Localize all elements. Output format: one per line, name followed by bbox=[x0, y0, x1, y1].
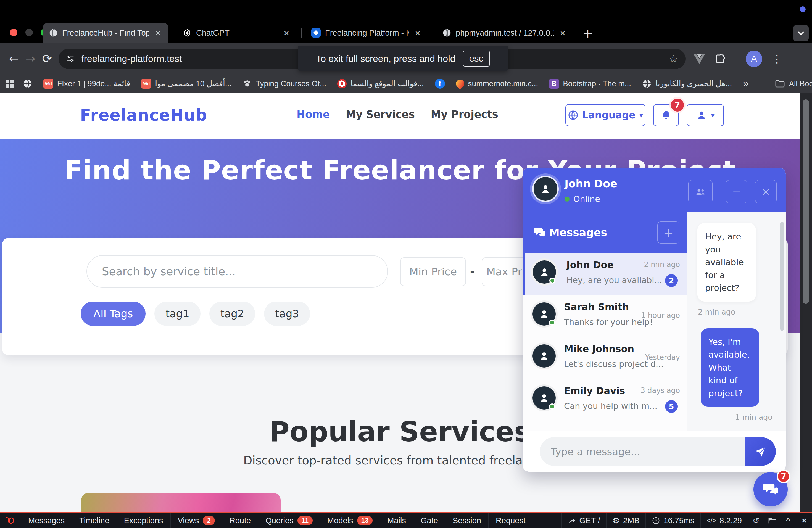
bookmark-label: هل الجمبري والكابوريا... bbox=[655, 79, 732, 88]
paw-icon bbox=[243, 79, 252, 88]
tag-all[interactable]: All Tags bbox=[81, 302, 146, 326]
nav-my-projects[interactable]: My Projects bbox=[431, 108, 498, 120]
debugbar-tab-timeline[interactable]: Timeline bbox=[72, 513, 117, 528]
new-tab-button[interactable]: + bbox=[580, 25, 595, 41]
laravel-debugbar: Messages Timeline Exceptions Views2 Rout… bbox=[0, 512, 812, 528]
browser-scrollbar[interactable] bbox=[800, 92, 812, 512]
tag-1[interactable]: tag1 bbox=[155, 302, 200, 326]
debugbar-tab-messages[interactable]: Messages bbox=[21, 513, 72, 528]
notifications-button[interactable]: 7 bbox=[653, 104, 679, 126]
service-card-image[interactable] bbox=[81, 493, 280, 512]
bookmark-item[interactable]: هل الجمبري والكابوريا... bbox=[642, 79, 732, 88]
openai-favicon bbox=[183, 28, 192, 37]
debugbar-tab-mails[interactable]: Mails bbox=[380, 513, 414, 528]
unread-badge: 5 bbox=[665, 400, 678, 413]
tag-3[interactable]: tag3 bbox=[264, 302, 310, 326]
debugbar-tab-models[interactable]: Models13 bbox=[320, 513, 380, 528]
bullseye-icon bbox=[337, 79, 347, 88]
browser-menu-icon[interactable]: ⋮ bbox=[772, 53, 782, 65]
debugbar-tab-route[interactable]: Route bbox=[222, 513, 258, 528]
close-window-button[interactable] bbox=[10, 29, 17, 36]
conversation-name: Sarah Smith bbox=[564, 301, 629, 312]
chat-bubbles-icon bbox=[533, 226, 546, 239]
bookmark-item[interactable]: 99d FIxer 1 | 99de... قائمة bbox=[43, 79, 130, 89]
extensions-puzzle-icon[interactable] bbox=[715, 53, 726, 64]
forward-button[interactable]: → bbox=[22, 52, 39, 65]
bookmark-item[interactable]: Typing Courses Of... bbox=[243, 79, 326, 88]
scrollbar-thumb[interactable] bbox=[802, 99, 809, 304]
conversation-item[interactable]: Sarah Smith Thanks for your help! 1 hour… bbox=[523, 295, 687, 337]
bookmark-item[interactable]: قوالب الموقع والسما... bbox=[337, 79, 424, 88]
message-input[interactable] bbox=[540, 437, 745, 466]
tab-freelancehub[interactable]: FreelanceHub - Find Top Free × bbox=[43, 23, 169, 43]
debugbar-history-button[interactable]: ↺ bbox=[748, 513, 764, 528]
service-search-input[interactable] bbox=[86, 255, 388, 288]
nav-home[interactable]: Home bbox=[296, 108, 330, 120]
site-settings-icon[interactable] bbox=[66, 54, 75, 63]
debugbar-tab-queries[interactable]: Queries11 bbox=[258, 513, 320, 528]
nav-my-services[interactable]: My Services bbox=[346, 108, 415, 120]
tab-close-icon[interactable]: × bbox=[558, 28, 567, 39]
flame-icon bbox=[454, 78, 466, 89]
debugbar-folder-button[interactable] bbox=[764, 513, 780, 528]
conversation-item[interactable]: Emily Davis Can you help with m... 3 day… bbox=[523, 379, 687, 421]
debugbar-tab-gate[interactable]: Gate bbox=[414, 513, 446, 528]
peer-avatar bbox=[534, 177, 557, 201]
site-logo[interactable]: FreelanceHub bbox=[80, 106, 207, 124]
tab-chatgpt[interactable]: ChatGPT × bbox=[177, 23, 297, 43]
back-button[interactable]: ← bbox=[5, 52, 22, 65]
laravel-icon[interactable] bbox=[0, 513, 21, 528]
online-dot bbox=[549, 404, 555, 410]
chevron-down-icon: ▾ bbox=[639, 111, 643, 119]
bookmark-star-icon[interactable]: ☆ bbox=[668, 53, 678, 65]
conversation-time: 2 min ago bbox=[644, 260, 680, 269]
conversation-scrollbar[interactable] bbox=[780, 222, 784, 331]
outgoing-message: Yes, I'm available. What kind of project… bbox=[701, 328, 759, 407]
tag-2[interactable]: tag2 bbox=[209, 302, 255, 326]
language-dropdown-button[interactable]: Language ▾ bbox=[565, 104, 646, 126]
tab-kanban[interactable]: Freelancing Platform - Kanba × bbox=[305, 23, 428, 43]
new-conversation-button[interactable]: + bbox=[657, 221, 679, 244]
debugbar-tab-exceptions[interactable]: Exceptions bbox=[117, 513, 171, 528]
reload-button[interactable]: ⟳ bbox=[39, 52, 55, 65]
user-menu-button[interactable]: ▾ bbox=[686, 104, 724, 126]
code-icon: </> bbox=[707, 517, 716, 524]
bookmark-globe[interactable] bbox=[23, 79, 32, 88]
bookmark-facebook[interactable]: f bbox=[435, 79, 445, 89]
bookmark-item[interactable]: B Bootstrap · The m... bbox=[549, 79, 631, 89]
browser-tab-strip: FreelanceHub - Find Top Free × ChatGPT ×… bbox=[0, 0, 812, 43]
conversation-pane: Hey, are you available for a project? 2 … bbox=[687, 212, 786, 431]
all-bookmarks-button[interactable]: All Bookmarks bbox=[775, 79, 812, 88]
send-button[interactable] bbox=[745, 437, 776, 466]
bookmark-item[interactable]: 99d أفضل 10 مصممي موا... bbox=[141, 79, 231, 89]
minimize-window-button[interactable] bbox=[25, 29, 33, 36]
esc-key: esc bbox=[463, 50, 490, 67]
conversation-item[interactable]: Mike Johnson Let's discuss project d... … bbox=[523, 337, 687, 379]
conversation-item[interactable]: John Doe Hey, are you availabl... 2 min … bbox=[523, 253, 687, 295]
debugbar-close-button[interactable]: × bbox=[796, 513, 812, 528]
vue-devtools-icon[interactable] bbox=[693, 53, 706, 64]
globe-favicon bbox=[49, 28, 58, 37]
tab-close-icon[interactable]: × bbox=[282, 28, 291, 39]
debugbar-tab-views[interactable]: Views2 bbox=[171, 513, 222, 528]
paper-plane-icon bbox=[754, 445, 767, 458]
browser-avatar[interactable]: A bbox=[746, 50, 762, 67]
debugbar-collapse-button[interactable]: ^ bbox=[780, 513, 796, 528]
bookmark-item[interactable]: summernote.min.c... bbox=[456, 79, 538, 88]
tab-close-icon[interactable]: × bbox=[413, 28, 422, 39]
debugbar-tab-session[interactable]: Session bbox=[446, 513, 489, 528]
99designs-icon: 99d bbox=[43, 79, 53, 89]
minimize-chat-button[interactable]: − bbox=[726, 180, 748, 203]
group-chat-button[interactable] bbox=[688, 180, 713, 203]
tab-close-icon[interactable]: × bbox=[154, 28, 162, 39]
tab-overflow-chevron-button[interactable] bbox=[793, 25, 809, 41]
conversation-name: Mike Johnson bbox=[564, 343, 634, 354]
tab-phpmyadmin[interactable]: phpmyadmin.test / 127.0.0.1 / × bbox=[436, 23, 573, 43]
debugbar-tab-request[interactable]: Request bbox=[489, 513, 533, 528]
min-price-input[interactable] bbox=[400, 258, 466, 286]
message-time: 1 min ago bbox=[698, 413, 772, 421]
close-chat-button[interactable]: × bbox=[755, 180, 777, 203]
apps-grid-icon[interactable] bbox=[5, 79, 14, 88]
bookmarks-overflow-icon[interactable]: » bbox=[743, 78, 749, 89]
fullscreen-notice: To exit full screen, press and hold esc bbox=[298, 46, 508, 71]
